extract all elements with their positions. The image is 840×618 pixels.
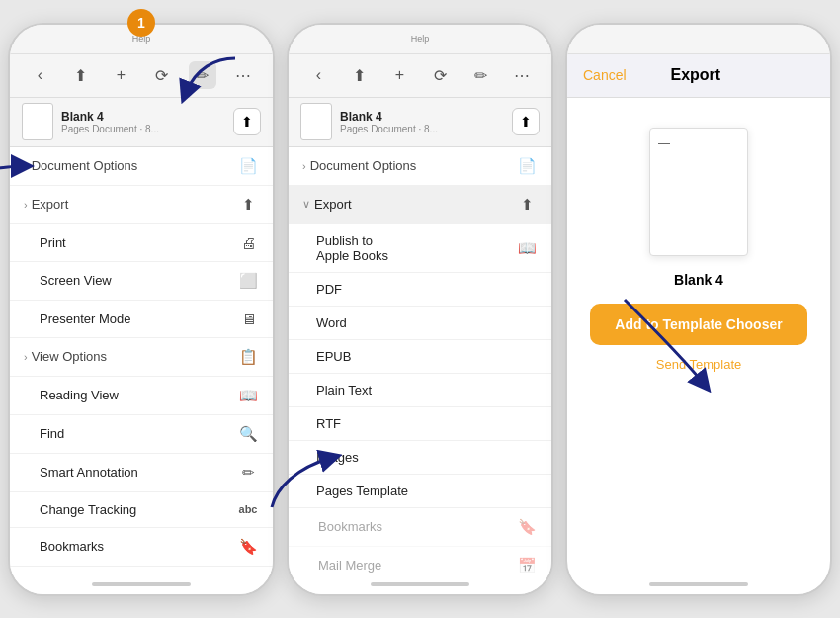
annotation-icon: ✏ [237,464,259,482]
menu-label-export-2: Export [314,197,516,212]
menu-sub-rtf[interactable]: RTF [289,407,551,441]
share-icon[interactable]: ⬆ [67,61,95,89]
home-bar-line-2 [371,582,469,586]
menu-sub-plain-text[interactable]: Plain Text [289,374,551,407]
menu-item-find[interactable]: Find 🔍 [10,415,273,454]
presenter-icon: 🖥 [237,310,259,327]
doc-thumbnail-2 [300,103,332,140]
menu-sub-label-pdf: PDF [316,282,538,297]
chevron-right-icon: › [24,160,28,172]
menu-sub-label-publish: Publish toApple Books [316,233,516,263]
back-button-2[interactable]: ‹ [305,61,333,89]
menu-label-document-options: Document Options [32,158,237,173]
doc-share-button[interactable]: ⬆ [233,108,261,135]
menu-item-presenter-mode[interactable]: Presenter Mode 🖥 [10,301,273,338]
menu-item-smart-annotation[interactable]: Smart Annotation ✏ [10,454,273,492]
menu-item-reading-view[interactable]: Reading View 📖 [10,377,273,415]
menu-item-document-options[interactable]: › Document Options 📄 [10,147,273,186]
mail-merge-icon-2: 📅 [516,557,538,574]
share-icon-2[interactable]: ⬆ [346,61,374,89]
export-icon-2: ⬆ [516,196,538,214]
menu-item-doc-options-2[interactable]: › Document Options 📄 [289,147,551,186]
menu-sub-epub[interactable]: EPUB [289,340,551,374]
menu-sub-pages-template[interactable]: Pages Template [289,475,551,508]
doc-preview-thumbnail: — [649,128,748,256]
menu-item-screen-view[interactable]: Screen View ⬜ [10,262,273,301]
panel-3: Cancel Export — Blank 4 Add to Template … [565,23,832,596]
pen-icon[interactable]: ✏ [189,61,216,89]
find-icon: 🔍 [237,425,259,443]
home-bar-line-3 [649,582,748,586]
document-icon: 📄 [237,157,259,175]
back-button[interactable]: ‹ [27,61,54,89]
menu-sub-pdf[interactable]: PDF [289,273,551,307]
menu-label-export: Export [32,197,237,212]
chevron-right-icon-view: › [24,351,28,363]
view-options-icon: 📋 [237,348,259,366]
add-to-template-chooser-button[interactable]: Add to Template Chooser [590,304,807,345]
menu-sub-publish-apple-books[interactable]: Publish toApple Books 📖 [289,224,551,273]
send-template-link[interactable]: Send Template [656,357,742,372]
doc-options-icon: 📄 [516,157,538,175]
menu-item-mail-merge-2: Mail Merge 📅 [289,547,551,574]
doc-thumbnail [22,103,53,140]
menu-item-change-tracking[interactable]: Change Tracking abc [10,492,273,528]
loop-icon-2[interactable]: ⟳ [427,61,455,89]
menu-label-find: Find [24,426,237,441]
export-header: Cancel Export [567,54,830,98]
menu-label-print: Print [24,235,237,250]
add-template-button-label: Add to Template Chooser [615,316,782,332]
menu-item-bookmarks[interactable]: Bookmarks 🔖 [10,528,273,567]
bookmarks-icon: 🔖 [237,538,259,556]
doc-header-2: Blank 4 Pages Document · 8... ⬆ [289,98,551,147]
chevron-down-icon: ∨ [302,198,310,211]
menu-sub-word[interactable]: Word [289,307,551,340]
menu-sub-images[interactable]: Images [289,441,551,475]
menu-list-2: › Document Options 📄 ∨ Export ⬆ Publish … [289,147,551,574]
export-screen-title: Export [670,66,720,84]
reading-icon: 📖 [237,387,259,404]
screen-view-icon: ⬜ [237,272,259,290]
menu-item-export[interactable]: › Export ⬆ [10,186,273,224]
menu-sub-label-epub: EPUB [316,349,538,364]
menu-item-mail-merge[interactable]: Mail Merge 📅 [10,567,273,574]
pen-icon-2[interactable]: ✏ [467,61,495,89]
home-bar-1 [10,574,273,594]
menu-label-change-tracking: Change Tracking [24,502,237,517]
menu-label-bookmarks: Bookmarks [24,539,237,554]
toolbar-2: ‹ ⬆ + ⟳ ✏ ⋯ [289,54,551,98]
menu-item-print[interactable]: Print 🖨 [10,224,273,262]
more-icon[interactable]: ⋯ [229,61,257,89]
menu-item-export-2[interactable]: ∨ Export ⬆ [289,186,551,224]
doc-share-button-2[interactable]: ⬆ [512,108,540,135]
toolbar-1: ‹ ⬆ + ⟳ ✏ ⋯ [10,54,273,98]
menu-sub-label-rtf: RTF [316,416,538,431]
bookmarks-icon-2: 🔖 [516,518,538,536]
doc-subtitle: Pages Document · 8... [61,124,225,134]
panel-1: Help ‹ ⬆ + ⟳ ✏ ⋯ Blank 4 Pages Document … [8,23,275,596]
doc-title-2: Blank 4 [340,110,504,124]
menu-list-1: › Document Options 📄 › Export ⬆ Print 🖨 … [10,147,273,574]
doc-header-1: Blank 4 Pages Document · 8... ⬆ [10,98,273,147]
change-tracking-icon: abc [237,503,259,515]
apple-books-icon: 📖 [516,239,538,257]
loop-icon[interactable]: ⟳ [148,61,176,89]
add-icon-2[interactable]: + [386,61,414,89]
menu-sub-label-images: Images [316,450,538,465]
menu-label-presenter-mode: Presenter Mode [24,311,237,326]
home-bar-line [92,582,191,586]
cursor-icon: — [658,136,670,150]
home-bar-2 [289,574,551,594]
menu-label-reading-view: Reading View [24,388,237,402]
menu-sub-label-plain-text: Plain Text [316,383,538,397]
menu-item-bookmarks-2: Bookmarks 🔖 [289,508,551,547]
menu-item-view-options[interactable]: › View Options 📋 [10,338,273,377]
doc-preview-title: Blank 4 [674,272,723,288]
more-icon-2[interactable]: ⋯ [508,61,536,89]
export-icon: ⬆ [237,196,259,214]
menu-label-smart-annotation: Smart Annotation [24,465,237,480]
home-bar-3 [567,574,830,594]
cancel-button[interactable]: Cancel [583,67,627,83]
add-icon[interactable]: + [108,61,135,89]
doc-info: Blank 4 Pages Document · 8... [61,110,225,134]
